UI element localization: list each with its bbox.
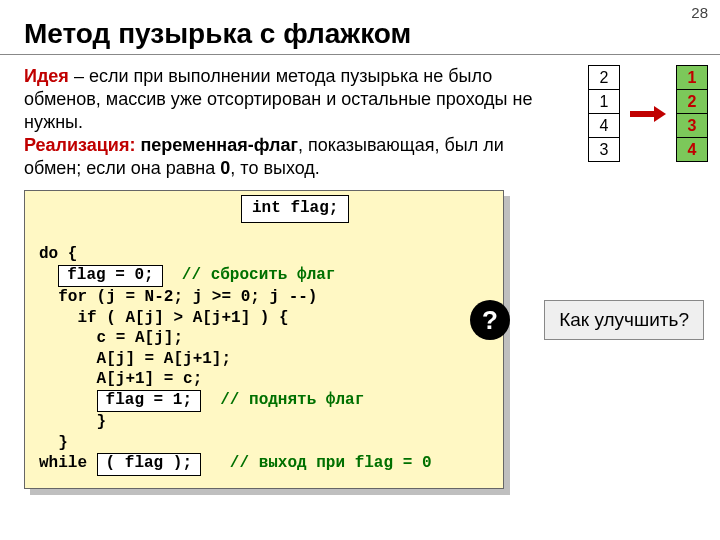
code-line: A[j+1] = c; [39,370,202,388]
svg-rect-0 [630,111,654,117]
chip-flag-reset: flag = 0; [58,265,162,288]
code-line: for (j = N-2; j >= 0; j --) [39,288,317,306]
content-area: Идея – если при выполнении метода пузырь… [24,65,710,489]
cell: 3 [588,137,620,162]
divider [0,54,720,55]
question-icon: ? [470,300,510,340]
cell: 4 [588,113,620,138]
cell-sorted: 4 [676,137,708,162]
page-number: 28 [691,4,708,21]
comment-raise: // поднять флаг [220,391,364,409]
impl-em: переменная-флаг [135,135,297,155]
cell: 2 [588,65,620,90]
chip-flag-set: flag = 1; [97,390,201,413]
code-line: } [39,434,68,452]
cell-sorted: 1 [676,65,708,90]
impl-lead: Реализация: [24,135,135,155]
code-line: c = A[j]; [39,329,183,347]
comment-exit: // выход при flag = 0 [230,454,432,472]
code-box: int flag; do { flag = 0; // сбросить фла… [24,190,504,488]
arrow-right-icon [630,106,666,122]
code-line: while [39,454,97,472]
idea-lead: Идея [24,66,69,86]
paragraph-impl: Реализация: переменная-флаг, показывающа… [24,134,554,180]
comment-reset: // сбросить флаг [182,266,336,284]
cell-sorted: 3 [676,113,708,138]
paragraph-idea: Идея – если при выполнении метода пузырь… [24,65,554,134]
array-diagram: 2 1 4 3 1 2 3 4 [588,65,708,162]
code-block: int flag; do { flag = 0; // сбросить фла… [24,190,504,488]
idea-text: – если при выполнении метода пузырька не… [24,66,532,132]
code-line: A[j] = A[j+1]; [39,350,231,368]
code-line: } [39,413,106,431]
impl-rest2: , то выход. [230,158,319,178]
array-left: 2 1 4 3 [588,65,620,162]
cell: 1 [588,89,620,114]
svg-marker-1 [654,106,666,122]
impl-zero: 0 [220,158,230,178]
chip-int-flag: int flag; [241,195,349,222]
cell-sorted: 2 [676,89,708,114]
question-text: Как улучшить? [544,300,704,340]
code-line: if ( A[j] > A[j+1] ) { [39,309,289,327]
array-right: 1 2 3 4 [676,65,708,162]
chip-while-cond: ( flag ); [97,453,201,476]
code-line: do { [39,245,77,263]
page-title: Метод пузырька с флажком [24,18,720,50]
